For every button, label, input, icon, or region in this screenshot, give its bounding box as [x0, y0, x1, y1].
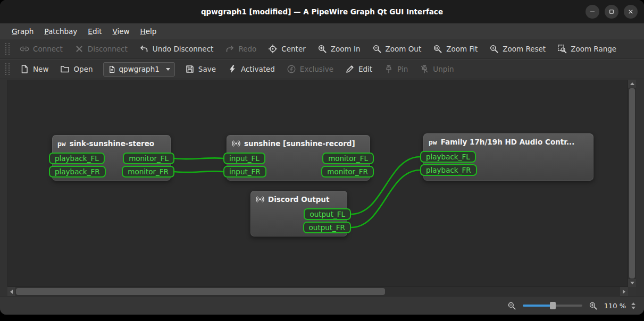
port-pill[interactable]: monitor_FL [123, 153, 174, 164]
button-label: Zoom Range [571, 45, 616, 53]
zoom-in-icon [317, 44, 327, 54]
vertical-scrollbar[interactable] [628, 80, 636, 287]
button-label: Save [198, 65, 216, 73]
patchbay-selector[interactable]: qpwgraph1 [103, 62, 175, 77]
node-sunshine[interactable]: sunshine [sunshine-record] input_FL inpu… [227, 135, 370, 181]
arrow-up-icon [630, 82, 634, 85]
node-sink-sunshine-stereo[interactable]: pw sink-sunshine-stereo playback_FL play… [52, 135, 171, 181]
menu-graph[interactable]: Graph [6, 25, 39, 38]
port-pill[interactable]: input_FR [223, 166, 266, 178]
button-label: Zoom Out [386, 45, 422, 53]
close-icon [627, 8, 634, 15]
zoom-range-button[interactable]: Zoom Range [551, 41, 622, 56]
connection-cable[interactable] [174, 158, 223, 159]
button-label: New [33, 65, 48, 73]
port-pill[interactable]: playback_FR [49, 166, 106, 178]
port-pill[interactable]: output_FR [303, 222, 351, 233]
patchbay-toolbar: New Open qpwgraph1 Save Activated Exclus… [0, 59, 644, 79]
menu-help[interactable]: Help [135, 25, 162, 38]
node-header: pw sink-sunshine-stereo [52, 135, 171, 150]
graph-area: pw sink-sunshine-stereo playback_FL play… [0, 79, 644, 296]
center-button[interactable]: Center [262, 41, 311, 56]
lightning-icon [228, 64, 237, 74]
pin-icon [384, 64, 394, 74]
pipewire-icon: pw [57, 140, 66, 148]
close-button[interactable] [624, 5, 638, 19]
menu-edit[interactable]: Edit [82, 25, 107, 38]
menu-view[interactable]: View [107, 25, 135, 38]
scroll-right-button[interactable] [620, 287, 628, 296]
zoom-in-button[interactable]: Zoom In [312, 41, 366, 56]
node-header: Discord Output [250, 191, 347, 206]
node-discord-output[interactable]: Discord Output output_FL output_FR [250, 191, 347, 236]
unpin-icon [420, 64, 429, 74]
zoom-out-button[interactable]: Zoom Out [366, 41, 428, 56]
statusbar: 110 % [0, 296, 644, 315]
maximize-button[interactable] [605, 5, 618, 19]
toolbar-drag-handle[interactable] [5, 43, 10, 55]
new-button[interactable]: New [14, 62, 54, 77]
open-button[interactable]: Open [54, 62, 98, 77]
node-title: sunshine [sunshine-record] [244, 139, 355, 148]
button-label: Exclusive [300, 65, 333, 73]
port-pill[interactable]: playback_FL [420, 151, 476, 163]
button-label: Activated [241, 65, 275, 73]
toolbar-drag-handle[interactable] [5, 63, 10, 75]
zoom-spinbox[interactable]: 110 % [604, 302, 635, 310]
spin-buttons [629, 302, 635, 309]
chevron-down-icon [166, 68, 170, 71]
window-title: qpwgraph1 [modified] — A PipeWire Graph … [201, 7, 443, 16]
zoom-slider[interactable] [523, 302, 582, 309]
scroll-down-button[interactable] [628, 279, 636, 287]
button-label: Edit [358, 65, 372, 73]
zoom-out-icon [507, 301, 516, 310]
port-pill[interactable]: monitor_FR [321, 166, 374, 178]
button-label: Pin [397, 65, 408, 73]
graph-toolbar: Connect Disconnect Undo Disconnect Redo … [0, 39, 644, 59]
node-title: Family 17h/19h HD Audio Contr... [441, 138, 575, 146]
button-label: Undo Disconnect [153, 45, 214, 53]
edit-button[interactable]: Edit [339, 62, 378, 77]
window-controls [586, 5, 638, 19]
new-file-icon [20, 64, 29, 74]
disconnect-button: Disconnect [69, 41, 133, 56]
menu-patchbay[interactable]: Patchbay [39, 25, 82, 38]
activated-button[interactable]: Activated [222, 62, 281, 77]
minimize-button[interactable] [586, 5, 599, 19]
arrow-down-icon [630, 282, 634, 284]
button-label: Redo [238, 45, 256, 53]
button-label: Center [281, 45, 305, 53]
port-pill[interactable]: monitor_FL [322, 153, 374, 164]
horizontal-scrollbar-thumb[interactable] [16, 288, 385, 295]
vertical-scrollbar-thumb[interactable] [629, 88, 635, 278]
port-pill[interactable]: output_FL [304, 208, 351, 220]
button-label: Zoom In [331, 45, 361, 53]
port-pill[interactable]: monitor_FR [122, 166, 174, 178]
horizontal-scrollbar[interactable] [7, 287, 628, 296]
graph-canvas[interactable]: pw sink-sunshine-stereo playback_FL play… [7, 80, 628, 287]
scroll-up-button[interactable] [628, 80, 636, 88]
node-family-hd-audio[interactable]: pw Family 17h/19h HD Audio Contr... play… [423, 133, 593, 181]
zoom-reset-button[interactable]: Zoom Reset [483, 41, 551, 56]
port-pill[interactable]: playback_FR [420, 164, 477, 176]
undo-disconnect-button[interactable]: Undo Disconnect [133, 41, 220, 56]
node-header: sunshine [sunshine-record] [227, 135, 370, 150]
save-button[interactable]: Save [179, 62, 222, 77]
spin-up-button[interactable] [631, 302, 635, 305]
connection-cable[interactable] [174, 171, 223, 172]
zoom-value: 110 % [604, 302, 626, 310]
titlebar[interactable]: qpwgraph1 [modified] — A PipeWire Graph … [0, 0, 644, 23]
zoom-slider-handle[interactable] [550, 302, 556, 309]
zoom-fit-button[interactable]: Zoom Fit [427, 41, 483, 56]
node-header: pw Family 17h/19h HD Audio Contr... [423, 133, 593, 149]
arrow-right-icon [623, 290, 625, 294]
port-pill[interactable]: input_FL [223, 153, 265, 164]
port-pill[interactable]: playback_FL [49, 153, 105, 164]
open-folder-icon [60, 64, 70, 74]
pin-button: Pin [378, 62, 414, 77]
button-label: Open [73, 65, 93, 73]
patchbay-selector-value: qpwgraph1 [119, 65, 160, 73]
scroll-left-button[interactable] [7, 287, 15, 296]
spin-down-button[interactable] [631, 307, 635, 309]
zoom-fit-icon [433, 44, 442, 54]
